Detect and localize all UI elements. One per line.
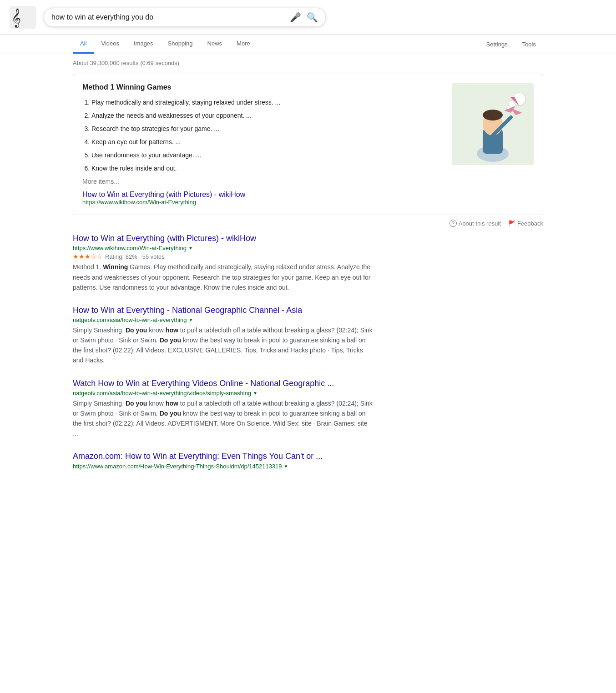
- rating-text: Rating: 82% · 55 votes: [105, 253, 165, 260]
- logo-image: 𝄞: [10, 6, 36, 29]
- snippet-url: https://www.wikihow.com/Win-at-Everythin…: [82, 199, 444, 206]
- search-icon[interactable]: 🔍: [307, 12, 318, 23]
- nav-tabs: All Videos Images Shopping News More Set…: [0, 35, 616, 54]
- result-url-row: natgeotv.com/asia/how-to-win-at-everythi…: [73, 316, 373, 323]
- results-count: About 39,300,000 results (0.69 seconds): [0, 54, 616, 70]
- result-url-row: natgeotv.com/asia/how-to-win-at-everythi…: [73, 390, 373, 397]
- featured-snippet: Method 1 Winning Games Play methodically…: [73, 74, 543, 215]
- list-item: Know the rules inside and out.: [91, 164, 444, 173]
- result-item: Watch How to Win at Everything Videos On…: [73, 378, 373, 439]
- result-title[interactable]: Amazon.com: How to Win at Everything: Ev…: [73, 452, 323, 461]
- result-item: How to Win at Everything (with Pictures)…: [73, 233, 373, 292]
- result-url: https://www.wikihow.com/Win-at-Everythin…: [73, 245, 187, 251]
- list-item: Use randomness to your advantage. ...: [91, 151, 444, 160]
- tab-all[interactable]: All: [73, 35, 94, 54]
- list-item: Research the top strategies for your gam…: [91, 124, 444, 134]
- snippet-list: Play methodically and strategically, sta…: [91, 98, 444, 173]
- about-feedback-row: ? About this result 🚩 Feedback: [0, 217, 616, 230]
- snippet-more-items[interactable]: More items...: [82, 178, 444, 185]
- mic-icon[interactable]: 🎤: [290, 12, 301, 23]
- list-item: Keep an eye out for patterns. ...: [91, 137, 444, 147]
- list-item: Play methodically and strategically, sta…: [91, 98, 444, 107]
- result-url-row: https://www.wikihow.com/Win-at-Everythin…: [73, 245, 373, 251]
- result-description: Simply Smashing. Do you know how to pull…: [73, 398, 373, 438]
- header: 𝄞 🎤 🔍: [0, 0, 616, 35]
- tab-shopping[interactable]: Shopping: [161, 35, 200, 54]
- search-icons: 🎤 🔍: [290, 12, 318, 23]
- result-url-row: https://www.amazon.com/How-Win-Everythin…: [73, 463, 373, 470]
- result-item: How to Win at Everything - National Geog…: [73, 305, 373, 366]
- result-dropdown-arrow[interactable]: ▼: [284, 464, 288, 469]
- list-item: Analyze the needs and weaknesses of your…: [91, 111, 444, 121]
- result-title[interactable]: How to Win at Everything - National Geog…: [73, 306, 302, 315]
- result-dropdown-arrow[interactable]: ▼: [253, 391, 258, 396]
- feedback-label: Feedback: [517, 220, 543, 227]
- tab-more[interactable]: More: [229, 35, 258, 54]
- search-bar: 🎤 🔍: [44, 8, 326, 27]
- nav-right: Settings Tools: [479, 35, 543, 53]
- question-icon: ?: [449, 220, 457, 227]
- nav-tools[interactable]: Tools: [515, 35, 543, 53]
- about-this-result-button[interactable]: ? About this result: [449, 220, 501, 227]
- result-item: Amazon.com: How to Win at Everything: Ev…: [73, 451, 373, 469]
- result-url: natgeotv.com/asia/how-to-win-at-everythi…: [73, 390, 251, 397]
- about-label: About this result: [459, 220, 501, 227]
- result-dropdown-arrow[interactable]: ▼: [188, 246, 193, 251]
- result-description: Simply Smashing. Do you know how to pull…: [73, 325, 373, 365]
- tab-images[interactable]: Images: [126, 35, 161, 54]
- svg-point-6: [483, 110, 503, 121]
- search-input[interactable]: [51, 13, 290, 21]
- result-rating: ★★★☆☆ Rating: 82% · 55 votes: [73, 253, 373, 260]
- tab-news[interactable]: News: [200, 35, 230, 54]
- result-url: natgeotv.com/asia/how-to-win-at-everythi…: [73, 316, 187, 323]
- logo: 𝄞: [9, 5, 36, 30]
- result-title[interactable]: Watch How to Win at Everything Videos On…: [73, 379, 334, 388]
- star-rating: ★★★☆☆: [73, 253, 102, 260]
- result-dropdown-arrow[interactable]: ▼: [189, 317, 193, 322]
- snippet-image: [452, 83, 534, 165]
- flag-icon: 🚩: [508, 220, 515, 227]
- snippet-title: Method 1 Winning Games: [82, 83, 444, 91]
- snippet-link[interactable]: How to Win at Everything (with Pictures)…: [82, 191, 444, 199]
- tab-videos[interactable]: Videos: [94, 35, 126, 54]
- result-title[interactable]: How to Win at Everything (with Pictures)…: [73, 234, 256, 243]
- nav-settings[interactable]: Settings: [479, 35, 515, 53]
- result-url: https://www.amazon.com/How-Win-Everythin…: [73, 463, 282, 470]
- svg-text:𝄞: 𝄞: [11, 8, 21, 28]
- snippet-body: Method 1 Winning Games Play methodically…: [82, 83, 444, 206]
- feedback-button[interactable]: 🚩 Feedback: [508, 220, 543, 227]
- search-results: How to Win at Everything (with Pictures)…: [0, 230, 616, 486]
- result-description: Method 1. Winning Games. Play methodical…: [73, 262, 373, 292]
